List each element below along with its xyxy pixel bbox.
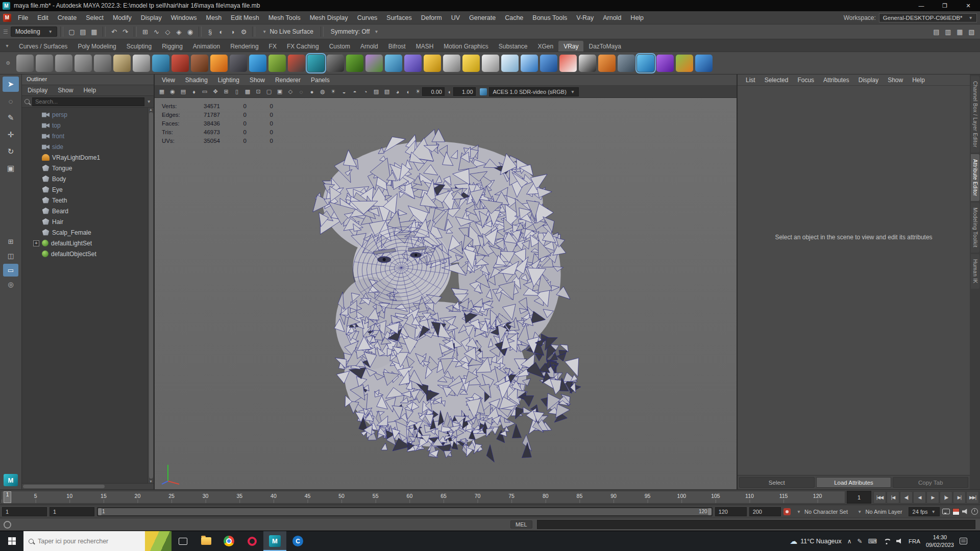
gamma-input[interactable] [453,87,476,96]
outliner-search-input[interactable] [32,97,144,106]
shelf-tab[interactable]: Poly Modeling [72,41,121,52]
grass-icon[interactable] [346,55,363,72]
motion-blur-icon[interactable]: ◔ [360,87,371,97]
side-tab[interactable]: Channel Box / Layer Editor [971,76,979,153]
magnet-checker-icon[interactable] [579,55,596,72]
make-live-icon[interactable]: ◉ [185,27,195,37]
viewport-canvas[interactable]: Verts: 34571 0 0 Edges: 71787 0 0 Faces:… [155,98,737,489]
menu-item[interactable]: Create [53,11,82,24]
cache-toggle-icon[interactable] [952,508,960,515]
pen-icon[interactable]: ✎ [857,538,863,545]
close-button[interactable]: ✕ [957,0,980,11]
film-gate-icon[interactable]: ▯ [232,87,242,97]
menu-item[interactable]: Cache [500,11,528,24]
keyboard-icon[interactable]: ⌨ [868,538,877,545]
fps-dropdown[interactable]: 24 fps ▼ [909,507,940,516]
yellow-sphere-icon[interactable] [462,55,480,72]
attribute-editor-menu-item[interactable]: List [742,77,760,84]
clay-sphere-icon[interactable] [191,55,208,72]
multisample-aa-icon[interactable]: ▨ [371,87,381,97]
vray-cloud-icon[interactable] [637,55,654,72]
auto-keyframe-icon[interactable] [783,508,791,515]
expand-icon[interactable] [33,122,39,129]
funnel-icon[interactable] [443,55,460,72]
undo-icon[interactable]: ↶ [109,27,119,37]
expand-icon[interactable] [33,176,39,182]
construction-history-icon[interactable]: § [205,27,215,37]
symmetry-dropdown[interactable]: Symmetry: Off ▼ [327,28,383,35]
single-pane-layout-icon[interactable]: ▭ [3,264,18,277]
shelf-tab[interactable]: DazToMaya [583,41,626,52]
expand-icon[interactable] [33,144,39,150]
attribute-editor-menu-item[interactable]: Selected [761,77,793,84]
shelf-tab[interactable]: Bifrost [383,41,411,52]
playback-end-field[interactable] [715,507,747,516]
step-back-frame-button[interactable]: |◀ [887,491,899,504]
2d-pan-zoom-icon[interactable]: ✥ [210,87,220,97]
select-tool-icon[interactable]: ➤ [3,77,19,92]
ambient-occlusion-icon[interactable]: ◓ [350,87,360,97]
attribute-editor-button[interactable]: Select [739,477,815,488]
dark-sphere-icon[interactable] [230,55,247,72]
scroll-down-icon[interactable]: ▼ [149,480,153,483]
gate-mask-icon[interactable]: ⊡ [253,87,263,97]
step-back-key-button[interactable]: ◀| [900,491,913,504]
scrollbar-thumb[interactable] [23,485,105,488]
start-button[interactable] [0,531,23,551]
viewport-menu-item[interactable]: Renderer [270,77,306,84]
side-tab[interactable]: Modeling Toolkit [971,203,979,253]
shelf-tab[interactable]: Substance [494,41,533,52]
playback-sound-icon[interactable] [962,509,969,515]
zoom-tool-icon[interactable]: ◎ [3,278,18,291]
shelf-tab[interactable]: Rigging [157,41,188,52]
scale-tool-icon[interactable]: ▣ [3,161,19,176]
opera-button[interactable] [240,531,263,551]
attribute-editor-button[interactable]: Copy Tab [893,477,968,488]
shelf-tab[interactable]: VRay [558,41,583,52]
attribute-editor-menu-item[interactable]: Display [854,77,883,84]
language-indicator[interactable]: FRA [909,538,920,544]
view-transform-dropdown[interactable]: ACES 1.0 SDR-video (sRGB) ▼ [489,87,579,96]
outliner-vertical-scrollbar[interactable]: ▲ ▼ [148,108,154,483]
task-view-button[interactable] [172,531,194,551]
outliner-item[interactable]: persp [22,109,148,120]
lego-icon[interactable] [676,55,693,72]
outliner-item[interactable]: Eye [22,184,148,195]
shelf-tab[interactable]: Rendering [225,41,263,52]
menu-item[interactable]: Help [626,11,648,24]
weather-widget[interactable]: ☁ 11°C Nuageux [790,537,842,546]
file-explorer-button[interactable] [194,531,217,551]
command-line-input[interactable] [537,520,975,529]
exposure-input[interactable] [422,87,445,96]
paint-select-tool-icon[interactable]: ✎ [3,110,19,126]
scrollbar-thumb[interactable] [149,112,153,479]
menu-item[interactable]: Edit Mesh [226,11,264,24]
menu-item[interactable]: File [13,11,33,24]
attribute-editor-menu-item[interactable]: Attributes [819,77,853,84]
rotate-tool-icon[interactable]: ↻ [3,144,19,159]
side-tab[interactable]: Human IK [971,254,979,289]
expand-icon[interactable] [33,208,39,214]
shelf-tab[interactable]: Animation [188,41,225,52]
cv-curve-tool-icon[interactable] [16,55,34,72]
outliner-item[interactable]: Beard [22,206,148,216]
maya-button[interactable]: M [263,531,286,551]
menu-item[interactable]: Curves [353,11,382,24]
expand-icon[interactable] [33,251,39,257]
grid-toggle-icon[interactable]: ⊞ [221,87,231,97]
water-drop-icon[interactable] [249,55,266,72]
tray-expand-icon[interactable]: ∧ [847,538,852,545]
outliner-item[interactable]: Teeth [22,195,148,206]
shaded-mode-icon[interactable]: ● [307,87,317,97]
depth-of-field-icon[interactable]: ▧ [382,87,392,97]
viewport-menu-item[interactable]: Lighting [213,77,244,84]
menu-item[interactable]: Generate [464,11,500,24]
attribute-editor-button[interactable]: Load Attributes [816,477,892,488]
lock-camera-icon[interactable]: ◉ [167,87,178,97]
attribute-editor-menu-item[interactable]: Show [884,77,907,84]
color-management-icon[interactable] [480,88,487,95]
expand-icon[interactable] [33,187,39,193]
snap-grid-icon[interactable]: ⊞ [140,27,151,37]
safe-action-icon[interactable]: ▣ [275,87,285,97]
menu-set-dropdown[interactable]: Modeling ▼ [11,27,57,37]
